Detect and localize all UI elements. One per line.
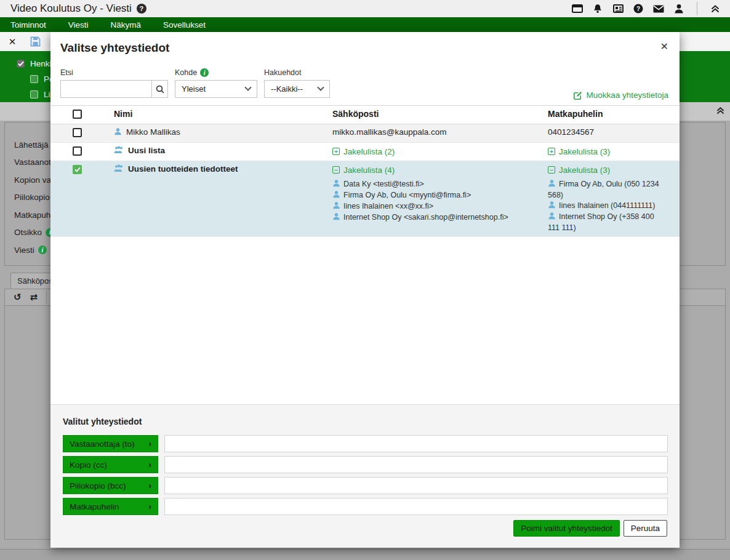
collapse-up-icon[interactable]	[709, 2, 721, 15]
undo-icon[interactable]: ↺	[14, 292, 22, 303]
selected-contacts-heading: Valitut yhteystiedot	[50, 405, 680, 435]
mail-icon[interactable]	[652, 2, 665, 15]
field-value-input[interactable]	[164, 477, 668, 494]
collapse-list-icon[interactable]: −	[332, 166, 340, 174]
distribution-email-item: Data Ky <testi@testi.fi>	[332, 179, 548, 190]
info-icon[interactable]: i	[38, 246, 47, 254]
distribution-phone-item: Iines Ihalainen (0441111111)	[548, 201, 670, 212]
edit-pencil-icon	[574, 91, 582, 100]
row-checkbox[interactable]	[73, 146, 82, 156]
compose-option-checkbox[interactable]	[17, 60, 25, 68]
group-icon	[114, 146, 124, 156]
compose-option-checkbox[interactable]	[30, 75, 38, 83]
criteria-select[interactable]: --Kaikki--	[264, 80, 330, 98]
table-header-row: Nimi Sähköposti Matkapuhelin	[50, 106, 680, 124]
distribution-list-items: Firma Oy Ab, Oulu (050 1234 568)Iines Ih…	[548, 179, 670, 233]
contact-row[interactable]: Mikko Mallikasmikko.mallikas@kauppala.co…	[50, 124, 680, 143]
help-icon[interactable]: ?	[632, 2, 644, 15]
select-contacts-dialog: ✕ Valitse yhteystiedot Etsi Kohdei Yleis…	[50, 32, 680, 548]
distribution-list-link[interactable]: −Jakelulista (3)	[548, 164, 670, 175]
close-compose-icon[interactable]: ✕	[6, 36, 18, 48]
distribution-list-label: Jakelulista (2)	[343, 147, 395, 156]
field-target-label: Matkapuhelin	[70, 502, 119, 511]
compose-field-label: Lähettäjä	[14, 140, 49, 150]
expand-list-icon[interactable]: +	[548, 148, 555, 155]
news-icon[interactable]	[612, 2, 624, 15]
titlebar: Video Koulutus Oy - Viesti ? ?	[0, 0, 730, 17]
distribution-list-items: Data Ky <testi@testi.fi>Firma Oy Ab, Oul…	[332, 179, 548, 223]
dialog-title: Valitse yhteystiedot	[50, 32, 680, 55]
menu-item[interactable]: Sovellukset	[163, 20, 206, 30]
user-icon[interactable]	[673, 2, 685, 15]
filters-bar: Etsi Kohdei Yleiset Hakuehdot --Kaikki--	[50, 55, 680, 98]
window-title: Video Koulutus Oy - Viesti	[10, 2, 132, 15]
distribution-list-link[interactable]: +Jakelulista (2)	[332, 146, 548, 157]
title-help-icon[interactable]: ?	[137, 4, 146, 14]
pick-selected-button[interactable]: Poimi valitut yhteystiedot	[513, 520, 620, 537]
field-value-input[interactable]	[164, 435, 668, 452]
tab-email-label: Sähköpos	[17, 276, 53, 286]
selected-field-row: Matkapuhelin›	[63, 498, 668, 515]
menu-item[interactable]: Näkymä	[111, 20, 142, 30]
redo-icon[interactable]: ⇄	[30, 292, 38, 303]
contact-row[interactable]: Uusien tuotteiden tiedotteet−Jakelulista…	[50, 161, 680, 237]
contact-phone: 0401234567	[548, 127, 594, 137]
selected-field-row: Kopio (cc)›	[63, 456, 668, 473]
person-icon	[332, 190, 340, 201]
field-value-input[interactable]	[164, 456, 668, 473]
criteria-select-value: --Kaikki--	[271, 84, 303, 94]
cancel-button[interactable]: Peruuta	[624, 520, 667, 537]
info-icon[interactable]: i	[200, 68, 209, 77]
select-all-checkbox[interactable]	[73, 110, 82, 119]
contact-row[interactable]: Uusi lista+Jakelulista (2)+Jakelulista (…	[50, 143, 680, 161]
chevron-right-icon: ›	[148, 460, 151, 470]
menu-item[interactable]: Viesti	[68, 20, 89, 30]
compose-field-label: Matkapuh	[14, 210, 50, 220]
collapse-panel-icon[interactable]	[716, 106, 725, 118]
distribution-list-label: Jakelulista (3)	[559, 166, 610, 175]
distribution-email-item: Firma Oy Ab, Oulu <myynti@firma.fi>	[332, 190, 548, 201]
column-header-phone: Matkapuhelin	[548, 106, 680, 124]
selected-contacts-section: Valitut yhteystiedot Vastaanottaja (to)›…	[50, 404, 680, 548]
field-value-input[interactable]	[164, 498, 668, 515]
search-label: Etsi	[60, 68, 168, 77]
column-header-name: Nimi	[114, 106, 332, 124]
save-icon[interactable]	[29, 36, 41, 48]
selected-field-row: Piilokopio (bcc)›	[63, 477, 668, 494]
titlebar-separator	[697, 2, 697, 15]
person-icon	[548, 212, 556, 223]
collapse-list-icon[interactable]: −	[548, 166, 555, 174]
row-checkbox[interactable]	[73, 165, 82, 174]
menu-item[interactable]: Toiminnot	[10, 20, 46, 30]
field-target-button[interactable]: Matkapuhelin›	[63, 498, 158, 515]
distribution-phone-item: Firma Oy Ab, Oulu (050 1234 568)	[548, 179, 670, 201]
distribution-list-label: Jakelulista (3)	[559, 147, 610, 156]
field-target-button[interactable]: Piilokopio (bcc)›	[63, 477, 158, 494]
person-icon	[332, 201, 340, 212]
edit-contacts-link-label: Muokkaa yhteystietoja	[586, 90, 668, 100]
field-target-button[interactable]: Vastaanottaja (to)›	[63, 435, 158, 452]
expand-list-icon[interactable]: +	[332, 148, 340, 155]
search-icon	[156, 85, 164, 94]
group-icon	[114, 164, 124, 174]
search-button[interactable]	[151, 80, 168, 98]
target-select[interactable]: Yleiset	[175, 80, 257, 98]
field-target-button[interactable]: Kopio (cc)›	[63, 456, 158, 473]
edit-contacts-link[interactable]: Muokkaa yhteystietoja	[574, 90, 668, 100]
compose-field-label: Otsikko	[14, 228, 42, 237]
distribution-phone-item: Internet Shop Oy (+358 400 111 111)	[548, 212, 670, 233]
menubar: ToiminnotViestiNäkymäSovellukset	[0, 17, 730, 32]
window-icon[interactable]	[571, 2, 584, 15]
field-target-label: Vastaanottaja (to)	[70, 439, 135, 449]
row-checkbox[interactable]	[73, 128, 82, 137]
compose-option-checkbox[interactable]	[30, 90, 38, 98]
person-icon	[548, 179, 556, 190]
distribution-list-label: Jakelulista (4)	[343, 166, 395, 175]
search-input[interactable]	[60, 80, 151, 98]
contact-name: Uusien tuotteiden tiedotteet	[128, 164, 238, 174]
notifications-bell-icon[interactable]	[592, 2, 604, 15]
person-icon	[114, 127, 122, 137]
close-dialog-icon[interactable]: ✕	[660, 42, 668, 52]
distribution-list-link[interactable]: +Jakelulista (3)	[548, 146, 670, 157]
distribution-list-link[interactable]: −Jakelulista (4)	[332, 164, 548, 175]
